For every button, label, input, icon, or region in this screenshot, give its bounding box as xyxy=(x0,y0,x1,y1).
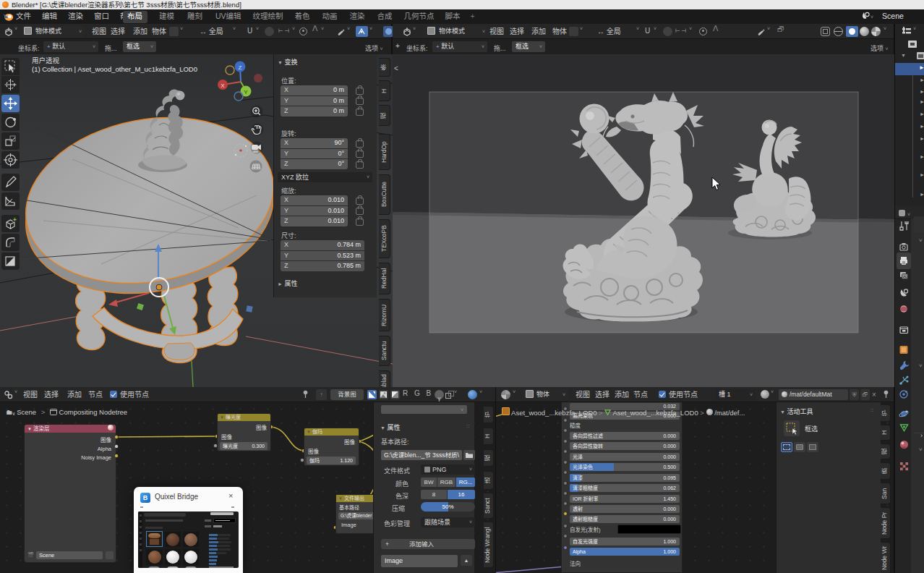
svg-text:Z: Z xyxy=(239,64,242,71)
svg-text:X: X xyxy=(221,82,225,89)
svg-text:Y: Y xyxy=(244,89,248,96)
